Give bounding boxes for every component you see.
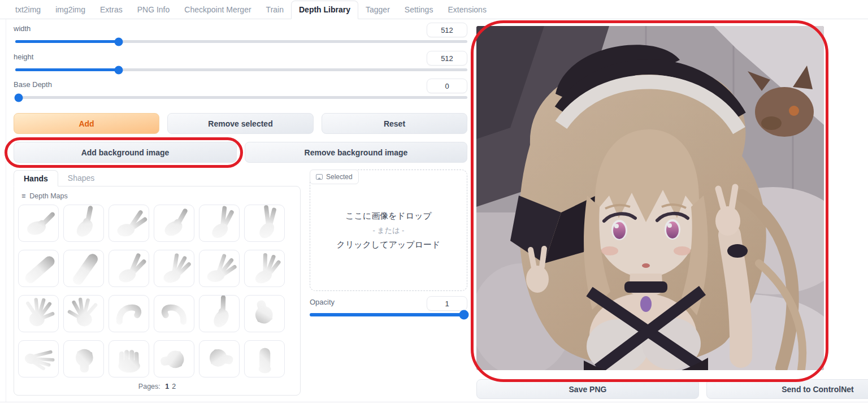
hand-depth-map-grid	[18, 205, 285, 377]
height-slider-handle[interactable]	[115, 66, 123, 74]
main-tab-bar: txt2imgimg2imgExtrasPNG InfoCheckpoint M…	[0, 0, 868, 19]
tab-train[interactable]: Train	[259, 1, 291, 19]
save-png-button[interactable]: Save PNG	[476, 379, 699, 399]
hand-flat-back[interactable]	[63, 250, 104, 287]
hand-spread-side[interactable]	[18, 340, 59, 377]
tab-txt2img[interactable]: txt2img	[8, 1, 48, 19]
hand-flat[interactable]	[18, 250, 59, 287]
width-value-input[interactable]	[427, 23, 467, 37]
library-tab-shapes[interactable]: Shapes	[58, 170, 104, 186]
add-background-image-button[interactable]: Add background image	[14, 142, 237, 163]
page-2[interactable]: 2	[172, 383, 176, 390]
page-1[interactable]: 1	[165, 383, 169, 390]
pages-label: Pages:	[138, 383, 160, 390]
depth-maps-accordion[interactable]: ≡ Depth Maps	[21, 192, 68, 200]
hand-three-spread[interactable]	[199, 250, 240, 287]
height-slider[interactable]	[15, 68, 467, 71]
dropzone-text-line-1: ここに画像をドロップ	[345, 211, 432, 222]
opacity-slider-handle[interactable]	[459, 310, 469, 320]
tab-png-info[interactable]: PNG Info	[130, 1, 177, 19]
hand-fist-grip[interactable]	[63, 340, 104, 377]
height-value-input[interactable]	[427, 51, 467, 66]
remove-selected-button[interactable]: Remove selected	[167, 113, 314, 134]
hand-four[interactable]	[244, 250, 285, 287]
tab-extras[interactable]: Extras	[93, 1, 130, 19]
base-depth-value-input[interactable]	[427, 79, 467, 93]
tab-checkpoint-merger[interactable]: Checkpoint Merger	[177, 1, 258, 19]
height-label: height	[14, 53, 33, 61]
library-tab-hands[interactable]: Hands	[14, 170, 58, 186]
hand-point-side[interactable]	[18, 205, 59, 242]
base-depth-label: Base Depth	[14, 80, 52, 89]
pagination: Pages: 12	[14, 383, 301, 390]
dropzone-text-line-3: クリックしてアップロード	[337, 240, 441, 250]
hand-fist-top[interactable]	[244, 295, 285, 332]
tab-settings[interactable]: Settings	[397, 1, 441, 19]
hand-point-up-2[interactable]	[199, 295, 240, 332]
width-label: width	[14, 24, 31, 33]
tab-extensions[interactable]: Extensions	[440, 1, 493, 19]
opacity-slider[interactable]	[310, 313, 467, 316]
send-to-controlnet-button[interactable]: Send to ControlNet	[706, 379, 868, 399]
reset-button[interactable]: Reset	[322, 113, 467, 134]
accordion-icon: ≡	[21, 192, 25, 200]
library-tab-bar: HandsShapes	[14, 170, 104, 186]
add-button[interactable]: Add	[14, 113, 159, 134]
depth-maps-label: Depth Maps	[29, 192, 67, 200]
image-upload-dropzone[interactable]: ここに画像をドロップ- または -クリックしてアップロード	[310, 170, 467, 291]
hand-wrist-back[interactable]	[244, 340, 285, 377]
base-depth-slider[interactable]	[15, 96, 467, 99]
opacity-label: Opacity	[310, 298, 335, 306]
hand-fist-side[interactable]	[154, 340, 194, 377]
selected-label: Selected	[326, 173, 353, 181]
hand-two-back[interactable]	[199, 205, 240, 242]
tab-tagger[interactable]: Tagger	[358, 1, 397, 19]
hand-fist-thumb[interactable]	[199, 340, 240, 377]
hand-fist-front[interactable]	[108, 340, 149, 377]
panel-left-border	[6, 19, 6, 402]
tab-img2img[interactable]: img2img	[48, 1, 93, 19]
hand-point-up[interactable]	[63, 205, 104, 242]
width-slider-handle[interactable]	[115, 37, 123, 46]
selected-label-chip: Selected	[310, 170, 359, 184]
hand-open-back[interactable]	[63, 295, 104, 332]
hand-point-diag[interactable]	[154, 205, 194, 242]
hand-open-palm[interactable]	[18, 295, 59, 332]
dropzone-text-line-2: - または -	[373, 225, 405, 236]
hand-peace[interactable]	[244, 205, 285, 242]
footer-divider	[0, 402, 868, 402]
hand-curve-left[interactable]	[108, 295, 149, 332]
hand-three[interactable]	[154, 250, 194, 287]
hand-two-point[interactable]	[108, 205, 149, 242]
tab-depth-library[interactable]: Depth Library	[291, 1, 358, 19]
hand-curve-right[interactable]	[154, 295, 194, 332]
opacity-value-input[interactable]	[427, 296, 467, 311]
remove-background-image-button[interactable]: Remove background image	[245, 142, 467, 163]
image-icon	[316, 174, 323, 180]
background-image-preview[interactable]	[476, 26, 824, 370]
hand-two-up[interactable]	[108, 250, 149, 287]
base-depth-slider-handle[interactable]	[15, 93, 23, 102]
width-slider[interactable]	[15, 40, 467, 43]
anime-maid-illustration	[476, 26, 824, 370]
